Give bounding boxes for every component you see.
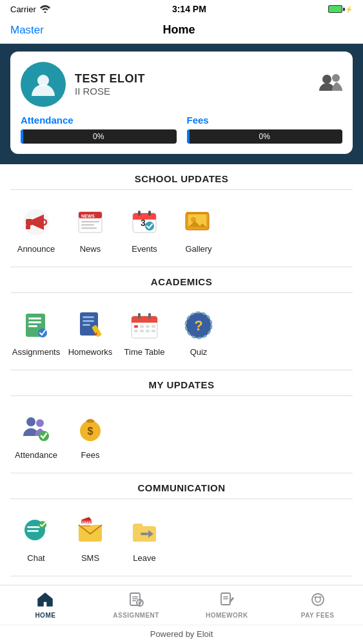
svg-rect-11 (81, 221, 99, 223)
tab-assignment[interactable]: ASSIGNMENT (91, 585, 182, 625)
school-updates-section: SCHOOL UPDATES Announce (0, 164, 363, 267)
academics-title: ACADEMICS (10, 276, 353, 293)
news-label: News (80, 244, 101, 254)
svg-rect-13 (81, 227, 97, 229)
assignments-icon-box (18, 307, 54, 343)
home-tab-icon (37, 592, 54, 610)
leave-icon-box (126, 513, 162, 549)
my-updates-title: MY UPDATES (10, 379, 353, 396)
svg-rect-47 (140, 330, 144, 332)
sep-4 (10, 576, 353, 576)
news-item[interactable]: NEWS News (64, 199, 116, 259)
group-icon[interactable] (319, 73, 342, 97)
sms-label: SMS (81, 553, 99, 563)
svg-rect-72 (132, 596, 138, 598)
homeworks-item[interactable]: Homeworks (64, 302, 116, 362)
communication-section: COMMUNICATION Chat (0, 473, 363, 576)
my-attendance-icon-box (18, 410, 54, 446)
leave-item[interactable]: Leave (119, 508, 170, 568)
tab-bar: HOME ASSIGNMENT HOMEWORK (0, 585, 363, 625)
svg-rect-49 (152, 330, 155, 332)
my-updates-grid: Attendance $ Fees (10, 405, 353, 470)
quiz-icon-box: ? (181, 307, 217, 343)
sms-item[interactable]: SMS SMS (64, 508, 116, 568)
profile-section: TEST ELOIT II ROSE Attendance (0, 44, 363, 164)
profile-class: II ROSE (75, 86, 145, 97)
gallery-item[interactable]: Gallery (173, 199, 224, 259)
svg-rect-12 (81, 224, 94, 226)
my-attendance-label: Attendance (15, 450, 57, 460)
communication-grid: Chat SMS SMS (10, 508, 353, 573)
tab-homework-label: HOMEWORK (206, 612, 248, 619)
svg-rect-73 (132, 598, 138, 600)
svg-point-79 (312, 594, 324, 605)
timetable-item[interactable]: Time Table (119, 302, 170, 362)
profile-info: TEST ELOIT II ROSE (21, 62, 145, 107)
svg-point-3 (332, 74, 340, 82)
tab-homework[interactable]: HOMEWORK (182, 585, 273, 625)
my-fees-item[interactable]: $ Fees (64, 405, 116, 465)
gallery-label: Gallery (185, 244, 211, 254)
leave-icon (129, 516, 160, 547)
my-attendance-item[interactable]: Attendance (10, 405, 62, 465)
assignment-tab-icon (128, 592, 144, 610)
my-updates-section: MY UPDATES Attendance (0, 370, 363, 473)
battery-info: ⚡ (328, 5, 353, 13)
events-label: Events (132, 244, 157, 254)
timetable-icon (129, 310, 160, 341)
events-icon: 3 (129, 207, 160, 238)
svg-point-2 (322, 75, 331, 84)
attendance-stat: Attendance 0% (21, 115, 177, 144)
status-bar: Carrier 3:14 PM ⚡ (0, 0, 363, 18)
svg-rect-41 (148, 313, 151, 319)
sms-icon: SMS (75, 516, 106, 547)
announce-icon (21, 207, 52, 238)
attendance-progress-bg: 0% (21, 129, 177, 144)
sms-icon-box: SMS (72, 513, 108, 549)
svg-rect-29 (28, 325, 37, 327)
assignments-label: Assignments (12, 347, 60, 357)
communication-title: COMMUNICATION (10, 482, 353, 499)
my-fees-icon: $ (75, 413, 106, 444)
fees-percent: 0% (187, 132, 343, 141)
svg-marker-66 (81, 517, 92, 520)
battery-icon (328, 5, 342, 13)
attendance-percent: 0% (21, 132, 177, 141)
back-button[interactable]: Master (10, 24, 44, 37)
svg-rect-43 (140, 325, 144, 328)
tab-payfees[interactable]: PAY FEES (272, 585, 363, 625)
svg-rect-32 (83, 316, 94, 318)
quiz-label: Quiz (190, 347, 208, 357)
footer: Powered by Eloit (0, 625, 363, 644)
profile-top: TEST ELOIT II ROSE (21, 62, 342, 107)
svg-rect-60 (27, 530, 39, 532)
chat-icon-box (18, 513, 54, 549)
footer-text: Powered by Eloit (150, 629, 213, 639)
svg-rect-77 (223, 596, 228, 598)
events-item[interactable]: 3 Events (119, 199, 170, 259)
svg-text:?: ? (194, 317, 202, 334)
svg-point-54 (36, 419, 44, 427)
timetable-icon-box (126, 307, 162, 343)
svg-rect-6 (26, 225, 30, 229)
bolt-icon: ⚡ (345, 6, 353, 13)
svg-rect-42 (134, 325, 138, 328)
assignments-item[interactable]: Assignments (10, 302, 62, 362)
svg-text:3: 3 (141, 218, 146, 228)
svg-rect-45 (152, 325, 155, 328)
svg-text:$: $ (88, 426, 93, 437)
announce-item[interactable]: Announce (10, 199, 62, 259)
svg-rect-67 (80, 524, 93, 526)
svg-rect-33 (83, 320, 94, 322)
chat-icon (21, 516, 52, 547)
svg-rect-34 (83, 324, 90, 326)
chat-item[interactable]: Chat (10, 508, 62, 568)
homework-tab-icon (219, 592, 235, 610)
fees-label: Fees (187, 115, 343, 126)
quiz-item[interactable]: ? Quiz (173, 302, 224, 362)
gallery-icon-box (181, 204, 217, 240)
gallery-icon (183, 207, 214, 238)
tab-home[interactable]: HOME (0, 585, 91, 625)
my-fees-label: Fees (81, 450, 100, 460)
wifi-icon (40, 5, 50, 13)
